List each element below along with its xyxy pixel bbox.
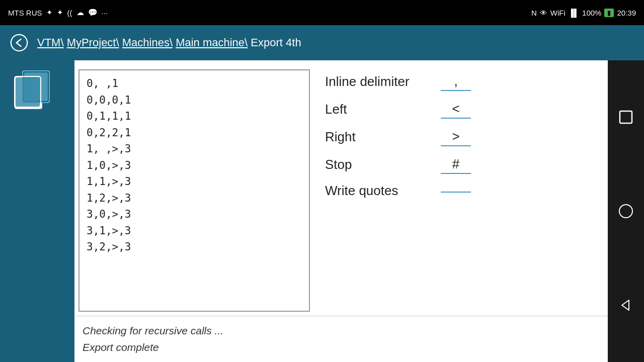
usb2-icon: ✦ xyxy=(57,8,63,17)
time-display: 20:39 xyxy=(617,9,636,17)
main-area: 0, ,1 0,0,0,1 0,1,1,1 0,2,2,1 1, ,>,3 1,… xyxy=(0,60,644,362)
write-quotes-label: Write quotes xyxy=(325,183,441,199)
circle-button[interactable] xyxy=(615,200,637,222)
settings-panel: Inline delimiter , Left < Right > Stop #… xyxy=(310,65,608,316)
status-left: MTS RUS ✦ ✦ (( ☁ 💬 ··· xyxy=(8,8,108,17)
status-line-1: Checking for recursive calls ... xyxy=(83,322,600,339)
svg-rect-7 xyxy=(620,111,632,123)
inline-delimiter-label: Inline delimiter xyxy=(325,74,441,89)
carrier-text: MTS RUS xyxy=(8,9,42,17)
more-icon: ··· xyxy=(102,9,108,17)
sidebar xyxy=(0,60,74,362)
breadcrumb-mainmachine[interactable]: Main machine\ xyxy=(176,36,248,49)
data-row: 3,1,>,3 xyxy=(87,223,302,239)
data-row: 0,1,1,1 xyxy=(87,108,302,125)
two-column-layout: 0, ,1 0,0,0,1 0,1,1,1 0,2,2,1 1, ,>,3 1,… xyxy=(74,65,608,316)
breadcrumb-myproject[interactable]: MyProject\ xyxy=(67,36,119,49)
data-row: 3,0,>,3 xyxy=(87,206,302,223)
svg-rect-6 xyxy=(16,77,40,107)
square-button[interactable] xyxy=(615,106,637,128)
right-nav xyxy=(608,60,644,362)
stop-row: Stop # xyxy=(325,155,593,174)
status-area: Checking for recursive calls ... Export … xyxy=(74,316,608,362)
status-bar: MTS RUS ✦ ✦ (( ☁ 💬 ··· N 👁 WiFi ▐▌ 100% … xyxy=(0,0,644,25)
data-row: 1,0,>,3 xyxy=(87,157,302,174)
wifi-icon: WiFi xyxy=(550,9,566,17)
data-row: 1,2,>,3 xyxy=(87,190,302,207)
write-quotes-input[interactable] xyxy=(441,190,471,193)
svg-point-0 xyxy=(11,35,27,51)
back-triangle-button[interactable] xyxy=(615,294,637,316)
back-button[interactable] xyxy=(8,32,30,54)
status-line-2: Export complete xyxy=(83,339,600,356)
content-panel: 0, ,1 0,0,0,1 0,1,1,1 0,2,2,1 1, ,>,3 1,… xyxy=(74,60,608,362)
write-quotes-row: Write quotes xyxy=(325,183,593,199)
nfc-icon: N xyxy=(531,9,537,17)
battery-icon: ▮ xyxy=(604,9,614,17)
status-right: N 👁 WiFi ▐▌ 100% ▮ 20:39 xyxy=(531,9,636,17)
inline-delimiter-input[interactable]: , xyxy=(441,72,471,91)
app-logo xyxy=(12,66,62,112)
data-row: 0,0,0,1 xyxy=(87,92,302,109)
left-input[interactable]: < xyxy=(441,100,471,119)
usb-icon: ✦ xyxy=(46,8,53,17)
breadcrumb: VTM\ MyProject\ Machines\ Main machine\ … xyxy=(37,36,301,49)
data-table[interactable]: 0, ,1 0,0,0,1 0,1,1,1 0,2,2,1 1, ,>,3 1,… xyxy=(78,69,310,312)
data-row: 0,2,2,1 xyxy=(87,125,302,141)
signal-bars-icon: ▐▌ xyxy=(569,9,579,17)
breadcrumb-current: Export 4th xyxy=(251,36,301,49)
breadcrumb-machines[interactable]: Machines\ xyxy=(122,36,173,49)
breadcrumb-vtm[interactable]: VTM\ xyxy=(37,36,64,49)
eye-icon: 👁 xyxy=(540,9,547,17)
inline-delimiter-row: Inline delimiter , xyxy=(325,72,593,91)
stop-label: Stop xyxy=(325,157,441,172)
data-row: 3,2,>,3 xyxy=(87,239,302,255)
left-row: Left < xyxy=(325,100,593,119)
battery-text: 100% xyxy=(582,9,601,17)
data-row: 0, ,1 xyxy=(87,75,302,92)
svg-point-8 xyxy=(619,205,632,218)
data-row: 1,1,>,3 xyxy=(87,173,302,190)
right-row: Right > xyxy=(325,128,593,146)
data-row: 1, ,>,3 xyxy=(87,141,302,157)
stop-input[interactable]: # xyxy=(441,155,471,174)
signal-icon: (( xyxy=(67,9,72,17)
nav-bar: VTM\ MyProject\ Machines\ Main machine\ … xyxy=(0,25,644,60)
right-input[interactable]: > xyxy=(441,128,471,146)
left-label: Left xyxy=(325,102,441,117)
chat-icon: 💬 xyxy=(88,8,98,17)
cloud-icon: ☁ xyxy=(76,8,84,17)
right-label: Right xyxy=(325,129,441,145)
